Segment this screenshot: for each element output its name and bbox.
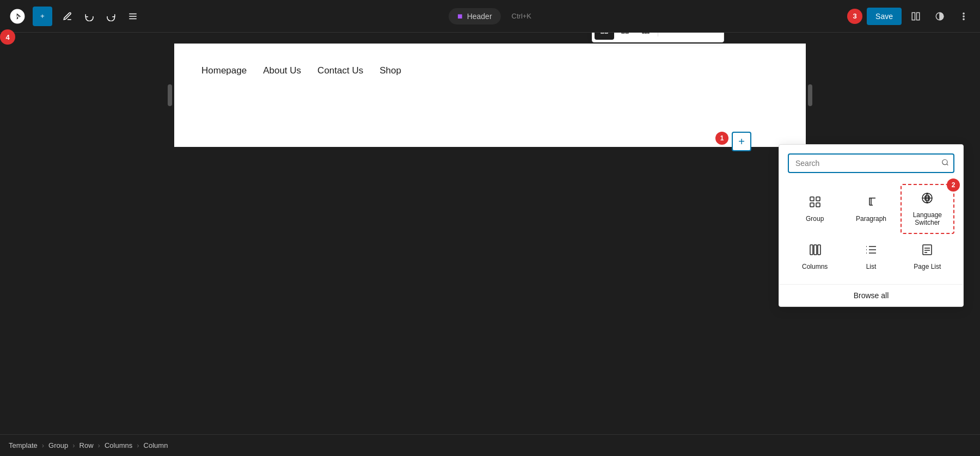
redo-button[interactable]: [101, 7, 121, 26]
svg-text:W: W: [14, 13, 21, 21]
breadcrumb-columns[interactable]: Columns: [105, 441, 132, 449]
header-pill[interactable]: ■ Header: [449, 8, 501, 24]
block-item-paragraph[interactable]: Paragraph: [844, 184, 898, 234]
document-overview-button[interactable]: [123, 7, 143, 26]
nav-menu: Homepage About Us Contact Us Shop: [174, 44, 806, 98]
resize-handle-right[interactable]: [808, 84, 812, 106]
svg-rect-48: [923, 245, 932, 255]
block-item-page-list[interactable]: Page List: [901, 236, 954, 278]
block-item-language-switcher-label: Language Switcher: [906, 211, 949, 226]
search-icon: [941, 159, 949, 168]
main-area: Homepage About Us Contact Us Shop 1 +: [0, 33, 980, 434]
contrast-button[interactable]: [930, 7, 950, 26]
wp-logo[interactable]: W: [7, 5, 28, 27]
svg-rect-34: [810, 203, 814, 207]
breadcrumb-column: Column: [144, 441, 168, 449]
search-field-wrapper: [779, 145, 963, 177]
block-item-list[interactable]: List: [844, 236, 898, 278]
svg-line-31: [947, 164, 948, 165]
svg-point-9: [963, 15, 964, 16]
edit-tool-button[interactable]: [58, 7, 77, 26]
columns-icon: [808, 243, 822, 260]
breadcrumb-sep-2: ›: [98, 441, 100, 449]
block-item-paragraph-label: Paragraph: [856, 215, 886, 223]
svg-rect-33: [816, 197, 820, 201]
block-item-list-label: List: [866, 263, 877, 270]
nav-item-shop[interactable]: Shop: [379, 65, 401, 76]
block-search-input[interactable]: [788, 153, 954, 173]
block-item-group[interactable]: Group: [788, 184, 842, 234]
language-switcher-icon: A: [921, 192, 934, 208]
svg-point-30: [942, 159, 947, 164]
resize-handle-left[interactable]: [168, 84, 172, 106]
header-center: ■ Header Ctrl+K: [449, 8, 531, 24]
breadcrumb-sep-0: ›: [42, 441, 44, 449]
view-toggle-button[interactable]: [906, 7, 926, 26]
block-item-columns-label: Columns: [802, 263, 828, 270]
header-block-icon: ■: [457, 11, 463, 21]
badge-1: 1: [715, 132, 728, 145]
group-icon: [808, 195, 822, 212]
options-button[interactable]: [954, 7, 973, 26]
svg-rect-6: [917, 13, 920, 20]
block-item-page-list-label: Page List: [914, 263, 941, 270]
breadcrumb-group[interactable]: Group: [48, 441, 68, 449]
badge-2: 2: [947, 178, 960, 192]
block-item-columns[interactable]: Columns: [788, 236, 842, 278]
svg-point-8: [963, 13, 964, 14]
keyboard-shortcut: Ctrl+K: [512, 12, 531, 20]
block-grid: Group Paragraph 2: [779, 177, 963, 284]
browse-all-button[interactable]: Browse all: [779, 284, 963, 306]
nav-item-about[interactable]: About Us: [263, 65, 301, 76]
breadcrumb-sep-1: ›: [72, 441, 75, 449]
add-block-toolbar-button[interactable]: +: [33, 7, 52, 26]
badge-3: 3: [847, 9, 862, 24]
svg-point-10: [963, 19, 964, 20]
add-block-button[interactable]: +: [732, 132, 751, 151]
top-toolbar: W + ■ Header Ctrl+K 3 Save: [0, 0, 980, 33]
breadcrumb-sep-3: ›: [137, 441, 139, 449]
svg-rect-41: [818, 245, 820, 255]
list-icon: [865, 243, 878, 260]
canvas: Homepage About Us Contact Us Shop 1 +: [174, 44, 806, 147]
header-title: Header: [467, 12, 492, 21]
block-item-group-label: Group: [806, 215, 824, 223]
page-list-icon: [921, 243, 934, 260]
status-bar: Template › Group › Row › Columns › Colum…: [0, 434, 980, 456]
canvas-wrapper: Homepage About Us Contact Us Shop 1 +: [0, 33, 980, 434]
badge-4: 4: [0, 29, 15, 45]
undo-button[interactable]: [79, 7, 99, 26]
toolbar-right: 3 Save: [847, 7, 973, 26]
nav-item-contact[interactable]: Contact Us: [317, 65, 363, 76]
save-button[interactable]: Save: [867, 8, 902, 25]
block-inserter-popup: Group Paragraph 2: [779, 144, 964, 307]
svg-rect-5: [912, 13, 915, 20]
svg-rect-40: [814, 245, 817, 255]
nav-item-homepage[interactable]: Homepage: [201, 65, 247, 76]
paragraph-icon: [865, 195, 878, 212]
svg-rect-32: [810, 197, 814, 201]
block-item-language-switcher[interactable]: 2 A Language Switcher: [901, 184, 954, 234]
svg-rect-39: [810, 245, 813, 255]
search-wrapper: [788, 153, 954, 173]
breadcrumb-template[interactable]: Template: [9, 441, 38, 449]
breadcrumb-row[interactable]: Row: [79, 441, 94, 449]
svg-rect-35: [816, 203, 820, 207]
